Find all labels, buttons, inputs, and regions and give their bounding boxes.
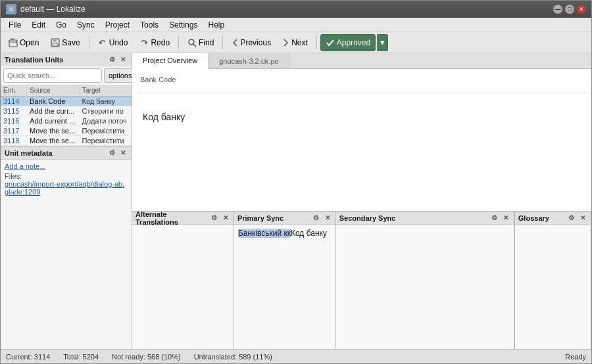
toolbar: Open Save Undo Redo Find Previous Next: [1, 32, 591, 53]
alt-trans-close-icon[interactable]: ✕: [221, 214, 230, 223]
previous-button[interactable]: Previous: [226, 34, 276, 51]
meta-config-icon[interactable]: ⚙: [107, 148, 116, 158]
source-label: Bank Code: [137, 74, 586, 85]
col-target[interactable]: Target: [80, 86, 132, 95]
alt-trans-header: Alternate Translations ⚙ ✕: [132, 212, 234, 225]
menu-project[interactable]: Project: [100, 19, 135, 31]
open-label: Open: [20, 38, 39, 47]
primary-sync-content: Банківський ккКод банку: [234, 225, 335, 349]
title-bar-left: K default — Lokalize: [6, 4, 86, 14]
table-row[interactable]: 3115 Add the curr... Створити по: [1, 106, 132, 116]
status-bar: Current: 3114 Total: 5204 Not ready: 568…: [1, 349, 591, 363]
menu-go[interactable]: Go: [51, 19, 72, 31]
row-source: Move the sel...: [27, 136, 80, 145]
menu-edit[interactable]: Edit: [26, 19, 51, 31]
glossary-close-icon[interactable]: ✕: [578, 214, 587, 223]
undo-icon: [98, 38, 107, 47]
app-icon: K: [6, 4, 16, 14]
undo-button[interactable]: Undo: [93, 34, 134, 51]
alt-trans-config-icon[interactable]: ⚙: [210, 214, 219, 223]
table-row[interactable]: 3118 Move the sel... Перемістити: [1, 136, 132, 146]
unit-metadata-title: Unit metadata: [5, 149, 53, 157]
status-not-ready: Not ready: 568 (10%): [112, 353, 181, 361]
alt-trans-icons: ⚙ ✕: [210, 214, 230, 223]
approved-label: Approved: [337, 38, 370, 47]
redo-icon: [139, 38, 149, 47]
save-button[interactable]: Save: [45, 34, 85, 51]
secondary-sync-title: Secondary Sync: [339, 214, 396, 222]
tu-close-icon[interactable]: ✕: [118, 55, 128, 64]
approved-icon: [326, 38, 335, 47]
primary-sync-close-icon[interactable]: ✕: [323, 214, 332, 223]
secondary-sync-icons: ⚙ ✕: [490, 214, 510, 223]
tab-gnucash-file[interactable]: gnucash-3.2.uk.po: [209, 53, 290, 68]
open-button[interactable]: Open: [3, 34, 44, 51]
sec-sync-close-icon[interactable]: ✕: [501, 214, 510, 223]
find-button[interactable]: Find: [182, 34, 219, 51]
tu-config-icon[interactable]: ⚙: [107, 55, 116, 64]
row-target: Перемістити: [80, 126, 132, 135]
row-id: 3116: [1, 116, 27, 125]
tab-project-overview[interactable]: Project Overview: [132, 53, 209, 69]
primary-sync-panel: Primary Sync ⚙ ✕ Банківський ккКод банку: [234, 212, 336, 349]
sec-sync-config-icon[interactable]: ⚙: [490, 214, 499, 223]
editor-divider: [137, 93, 586, 93]
next-button[interactable]: Next: [278, 34, 313, 51]
editor-area: Bank Code Код банку: [132, 69, 591, 211]
translation-units-title: Translation Units: [5, 56, 63, 64]
undo-label: Undo: [109, 38, 128, 47]
title-bar: K default — Lokalize — □ ✕: [1, 1, 591, 18]
minimize-button[interactable]: —: [553, 5, 562, 14]
redo-button[interactable]: Redo: [134, 34, 175, 51]
table-row[interactable]: 3117 Move the sel... Перемістити: [1, 126, 132, 136]
approved-button[interactable]: Approved: [320, 34, 376, 51]
row-target: Перемістити: [80, 136, 132, 145]
col-source[interactable]: Source: [27, 86, 80, 95]
close-button[interactable]: ✕: [577, 5, 586, 14]
file-link[interactable]: gnucash/import-export/aqb/dialog-ab.glad…: [5, 180, 124, 196]
svg-line-7: [193, 44, 196, 47]
glossary-config-icon[interactable]: ⚙: [567, 214, 576, 223]
row-source: Move the sel...: [27, 126, 80, 135]
row-source: Bank Code: [27, 97, 80, 106]
glossary-header: Glossary ⚙ ✕: [515, 212, 591, 225]
status-ready: Ready: [565, 353, 586, 361]
glossary-icons: ⚙ ✕: [567, 214, 587, 223]
primary-sync-title: Primary Sync: [237, 214, 284, 222]
status-untranslated: Untranslated: 589 (11%): [194, 353, 272, 361]
alt-trans-content: [132, 225, 234, 349]
table-row[interactable]: 3114 Bank Code Код банку: [1, 97, 132, 106]
approved-dropdown[interactable]: ▾: [377, 34, 388, 51]
table-row[interactable]: 3116 Add current ... Додати поточ: [1, 116, 132, 126]
row-source: Add the curr...: [27, 106, 80, 116]
menu-file[interactable]: File: [3, 19, 26, 31]
search-row: options: [1, 66, 132, 85]
next-label: Next: [291, 38, 308, 47]
tabs-row: Project Overview gnucash-3.2.uk.po: [132, 53, 591, 69]
find-icon: [187, 38, 197, 47]
col-id[interactable]: Ent↓: [1, 86, 27, 95]
menu-sync[interactable]: Sync: [72, 19, 100, 31]
main-content: Translation Units ⚙ ✕ options Ent↓ Sourc…: [1, 53, 591, 349]
row-source: Add current ...: [27, 116, 80, 125]
maximize-button[interactable]: □: [565, 5, 574, 14]
add-note-link[interactable]: Add a note...: [5, 162, 45, 170]
menu-settings[interactable]: Settings: [164, 19, 203, 31]
left-panel: Translation Units ⚙ ✕ options Ent↓ Sourc…: [1, 53, 132, 349]
redo-label: Redo: [151, 38, 170, 47]
primary-sync-config-icon[interactable]: ⚙: [312, 214, 321, 223]
previous-icon: [232, 38, 238, 47]
svg-rect-4: [53, 39, 57, 42]
menu-help[interactable]: Help: [203, 19, 230, 31]
meta-close-icon[interactable]: ✕: [118, 148, 128, 158]
sync-highlight: Банківський кк: [238, 229, 291, 238]
next-icon: [283, 38, 289, 47]
tu-table-header: Ent↓ Source Target: [1, 85, 132, 97]
status-current: Current: 3114: [6, 353, 50, 361]
alt-trans-title: Alternate Translations: [136, 212, 210, 226]
right-area: Project Overview gnucash-3.2.uk.po Bank …: [132, 53, 591, 349]
find-label: Find: [199, 38, 214, 47]
secondary-sync-content: [336, 225, 514, 349]
search-input[interactable]: [3, 68, 102, 83]
menu-tools[interactable]: Tools: [135, 19, 164, 31]
